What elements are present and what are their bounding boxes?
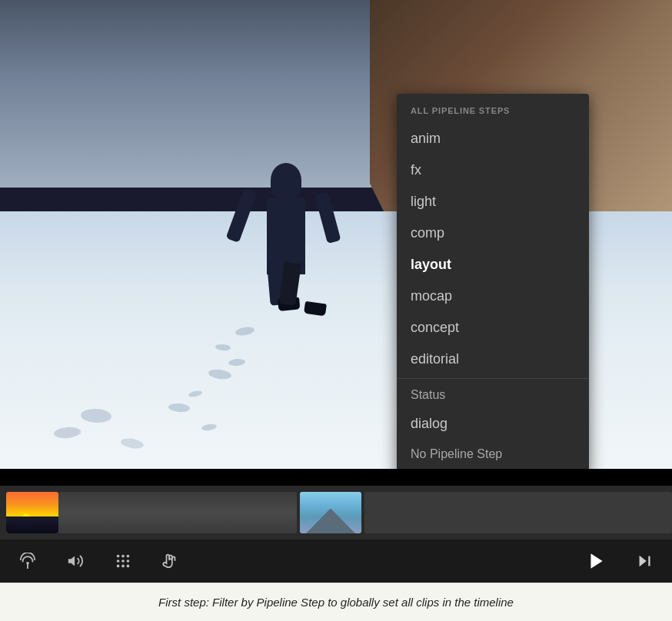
menu-item-mocap[interactable]: mocap [397,281,589,312]
menu-item-light[interactable]: light [397,186,589,218]
menu-item-dialog[interactable]: dialog [397,408,589,440]
figure-head [271,163,301,198]
caption-bar: First step: Filter by Pipeline Step to g… [0,583,672,621]
next-frame-button[interactable] [632,549,657,573]
timeline-thumb-sunset[interactable] [6,492,58,533]
menu-item-status[interactable]: Status [397,382,589,408]
app: ALL PIPELINE STEPS anim fx light comp la… [0,0,672,621]
svg-point-10 [121,565,125,568]
timeline-thumb-middle[interactable] [58,492,297,533]
menu-item-comp[interactable]: comp [397,218,589,249]
snow-mark [120,437,145,450]
snow-mark [208,368,231,380]
snow-mark [168,403,190,413]
svg-marker-13 [640,556,647,567]
menu-item-editorial[interactable]: editorial [397,344,589,375]
volume-button[interactable] [63,549,88,573]
svg-point-3 [117,555,120,558]
snow-mark [215,344,231,351]
snow-mark [80,408,111,423]
character-figure [255,151,317,305]
controls-bar [0,540,672,583]
black-separator [0,469,672,486]
svg-point-7 [121,560,125,563]
timeline-thumb-gray-right[interactable] [364,492,672,533]
menu-item-anim[interactable]: anim [397,123,589,154]
snow-mark [228,358,246,367]
svg-point-9 [117,565,120,568]
hand-tool-button[interactable] [158,549,183,573]
video-area: ALL PIPELINE STEPS anim fx light comp la… [0,0,672,469]
figure-boot-right [304,301,327,316]
grid-button[interactable] [111,549,135,573]
svg-point-5 [127,555,130,558]
snow-mark [188,390,202,398]
pipeline-step-dropdown[interactable]: ALL PIPELINE STEPS anim fx light comp la… [397,94,589,469]
snow-mark [53,426,81,439]
timeline-area [0,486,672,540]
svg-point-6 [117,560,120,563]
svg-marker-12 [590,553,602,569]
menu-item-fx[interactable]: fx [397,154,589,186]
play-button[interactable] [584,549,609,573]
menu-item-no-pipeline-step[interactable]: No Pipeline Step [397,440,589,469]
timeline-thumb-mountain[interactable] [300,492,361,533]
menu-item-concept[interactable]: concept [397,312,589,344]
svg-point-4 [121,555,125,558]
svg-point-8 [127,560,130,563]
dropdown-header: ALL PIPELINE STEPS [397,100,589,123]
menu-divider [397,378,589,379]
svg-marker-2 [68,556,75,566]
mountain-graphic [306,509,355,533]
snow-mark [201,423,218,431]
broadcast-button[interactable] [15,549,40,573]
caption-text: First step: Filter by Pipeline Step to g… [158,596,514,609]
menu-item-layout[interactable]: layout [397,249,589,281]
snow-mark [235,325,254,336]
svg-point-11 [127,565,130,568]
